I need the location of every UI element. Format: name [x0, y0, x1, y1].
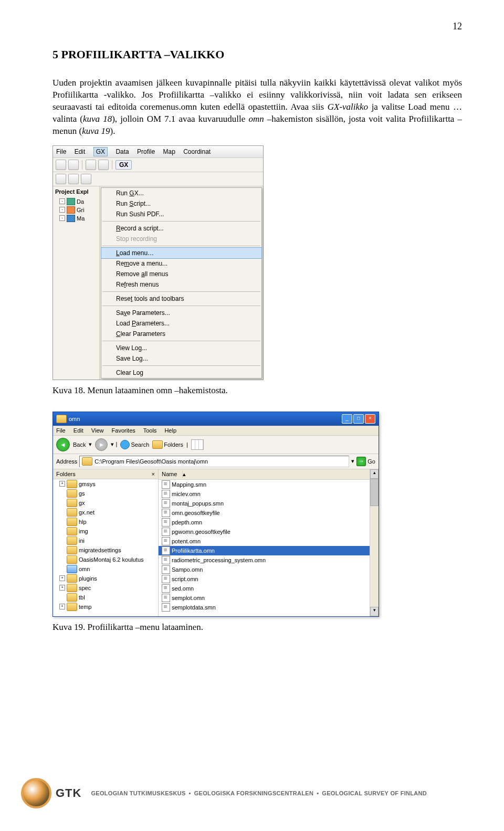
- scrollbar[interactable]: ▴ ▾: [370, 469, 379, 616]
- tree-item[interactable]: -Gri: [59, 206, 97, 214]
- expand-icon[interactable]: +: [59, 585, 65, 591]
- folder-tree-item[interactable]: omn: [53, 564, 158, 574]
- view-mode-button[interactable]: [191, 439, 204, 450]
- menu-coordinat[interactable]: Coordinat: [183, 148, 211, 155]
- folder-tree-item[interactable]: +gmsys: [53, 479, 158, 489]
- menu-file[interactable]: File: [56, 427, 66, 434]
- menu-file[interactable]: File: [56, 148, 66, 155]
- folders-button[interactable]: Folders: [152, 440, 183, 449]
- address-input[interactable]: C:\Program Files\Geosoft\Oasis montaj\om…: [79, 456, 349, 467]
- menu-help[interactable]: Help: [164, 427, 176, 434]
- toolbar-icon[interactable]: [68, 174, 79, 184]
- menu-item[interactable]: Clear Log: [101, 367, 261, 378]
- menu-map[interactable]: Map: [163, 148, 175, 155]
- toolbar-separator: [112, 160, 112, 170]
- file-list-item[interactable]: miclev.omn: [159, 489, 370, 499]
- name-column-header[interactable]: Name: [162, 471, 183, 478]
- file-list-item[interactable]: Mapping.smn: [159, 480, 370, 489]
- file-list-item[interactable]: script.omn: [159, 574, 370, 584]
- menu-view[interactable]: View: [91, 427, 104, 434]
- menu-gx[interactable]: GX: [93, 147, 108, 156]
- menu-item[interactable]: Save Parameters...: [101, 308, 261, 318]
- menu-item[interactable]: Run GX...: [101, 188, 261, 198]
- toolbar-icon[interactable]: [56, 174, 66, 184]
- folder-tree-item[interactable]: gx.net: [53, 508, 158, 517]
- folder-tree-item[interactable]: ini: [53, 536, 158, 545]
- tree-item[interactable]: -Ma: [59, 215, 97, 222]
- tree-item[interactable]: -Da: [59, 198, 97, 205]
- address-dropdown-icon[interactable]: ▾: [351, 458, 354, 465]
- menu-item[interactable]: Refresh menus: [101, 279, 261, 290]
- toolbar-icon[interactable]: [81, 174, 91, 184]
- menu-tools[interactable]: Tools: [143, 427, 157, 434]
- menu-data[interactable]: Data: [116, 148, 129, 155]
- toolbar-icon[interactable]: [68, 160, 79, 170]
- file-icon: [162, 584, 170, 593]
- folder-tree-item[interactable]: OasisMontaj 6.2 koulutus: [53, 555, 158, 564]
- folder-tree-item[interactable]: gx: [53, 498, 158, 508]
- close-button[interactable]: ×: [365, 414, 375, 424]
- file-list-item[interactable]: sed.omn: [159, 584, 370, 593]
- file-list-item[interactable]: Profiilikartta.omn: [159, 546, 370, 555]
- toolbar-icon[interactable]: [56, 160, 66, 170]
- menu-item[interactable]: Run Sushi PDF...: [101, 209, 261, 219]
- toolbar-icon[interactable]: [98, 160, 109, 170]
- folder-tree-item[interactable]: hlp: [53, 517, 158, 527]
- menu-item[interactable]: Load Parameters...: [101, 318, 261, 329]
- scroll-thumb[interactable]: [370, 479, 379, 506]
- file-list-item[interactable]: omn.geosoftkeyfile: [159, 508, 370, 518]
- gx-button[interactable]: GX: [116, 160, 132, 170]
- toolbar: GX: [53, 158, 263, 172]
- back-dropdown-icon[interactable]: ▾: [89, 441, 92, 448]
- expand-icon[interactable]: +: [59, 481, 65, 487]
- folder-tree-item[interactable]: +plugins: [53, 574, 158, 583]
- menu-item[interactable]: Record a script...: [101, 223, 261, 234]
- close-pane-icon[interactable]: ×: [152, 471, 155, 477]
- file-list-item[interactable]: semplot.omn: [159, 593, 370, 603]
- folder-tree-item[interactable]: tbl: [53, 593, 158, 602]
- menu-item[interactable]: Reset tools and toolbars: [101, 293, 261, 304]
- expand-icon[interactable]: -: [59, 215, 65, 221]
- back-button-icon[interactable]: ◄: [56, 438, 70, 451]
- expand-icon[interactable]: +: [59, 575, 65, 581]
- file-list-item[interactable]: radiometric_processing_system.omn: [159, 555, 370, 565]
- folder-tree-item[interactable]: +temp: [53, 602, 158, 612]
- menu-item[interactable]: Remove a menu...: [101, 258, 261, 269]
- file-list-item[interactable]: potent.omn: [159, 537, 370, 546]
- search-button[interactable]: Search: [120, 440, 149, 449]
- folder-tree-item[interactable]: img: [53, 527, 158, 536]
- menu-item[interactable]: Remove all menus: [101, 269, 261, 279]
- minimize-button[interactable]: _: [342, 414, 352, 424]
- menu-profile[interactable]: Profile: [137, 148, 155, 155]
- folder-tree-item[interactable]: migratedsettings: [53, 545, 158, 555]
- menu-item[interactable]: View Log...: [101, 343, 261, 353]
- file-list-item[interactable]: semplotdata.smn: [159, 603, 370, 612]
- file-icon: [162, 499, 170, 508]
- file-list-item[interactable]: pgwomn.geosoftkeyfile: [159, 527, 370, 537]
- file-list-item[interactable]: pdepth.omn: [159, 518, 370, 527]
- file-list-item[interactable]: montaj_popups.smn: [159, 499, 370, 508]
- expand-icon[interactable]: -: [59, 198, 65, 204]
- menu-favorites[interactable]: Favorites: [112, 427, 135, 434]
- go-button[interactable]: → Go: [356, 457, 375, 466]
- forward-button-icon[interactable]: ►: [95, 438, 108, 451]
- menu-item[interactable]: Load menu: [101, 247, 262, 259]
- menu-edit[interactable]: Edit: [75, 148, 86, 155]
- sort-icon[interactable]: ▴: [183, 471, 186, 478]
- back-label[interactable]: Back: [73, 441, 86, 448]
- folder-tree-item[interactable]: +spec: [53, 583, 158, 593]
- menu-item[interactable]: Run Script...: [101, 198, 261, 209]
- maximize-button[interactable]: □: [353, 414, 364, 424]
- expand-icon[interactable]: -: [59, 207, 65, 213]
- file-name: Profiilikartta.omn: [172, 548, 215, 554]
- scroll-down-icon[interactable]: ▾: [370, 607, 379, 616]
- scroll-up-icon[interactable]: ▴: [370, 469, 379, 479]
- expand-icon[interactable]: +: [59, 604, 65, 609]
- toolbar-icon[interactable]: [86, 160, 96, 170]
- folder-tree-item[interactable]: gs: [53, 489, 158, 498]
- file-list-item[interactable]: Sampo.omn: [159, 565, 370, 574]
- menu-item[interactable]: Clear Parameters: [101, 329, 261, 339]
- menu-item[interactable]: Save Log...: [101, 353, 261, 364]
- folder-icon: [67, 565, 77, 573]
- menu-edit[interactable]: Edit: [74, 427, 83, 434]
